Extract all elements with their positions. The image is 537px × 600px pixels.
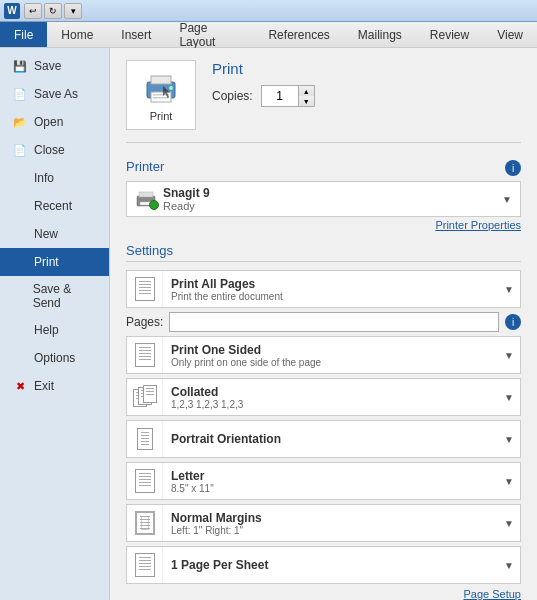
page-icon — [135, 277, 155, 301]
sidebar-item-save-send[interactable]: Save & Send — [0, 276, 109, 316]
sidebar-item-save-label: Save — [34, 59, 61, 73]
open-icon: 📂 — [12, 114, 28, 130]
copies-row: Copies: ▲ ▼ — [212, 85, 521, 107]
svg-point-5 — [169, 86, 173, 90]
printer-dropdown-arrow: ▼ — [502, 194, 512, 205]
settings-section: Settings Print All Pages Print the entir… — [126, 243, 521, 600]
tab-insert[interactable]: Insert — [107, 22, 165, 47]
setting-portrait-arrow: ▼ — [498, 434, 520, 445]
save-icon: 💾 — [12, 58, 28, 74]
tab-view[interactable]: View — [483, 22, 537, 47]
setting-collated-arrow: ▼ — [498, 392, 520, 403]
setting-print-all-arrow: ▼ — [498, 284, 520, 295]
sidebar-item-help-label: Help — [34, 323, 59, 337]
pages-info-icon[interactable]: i — [505, 314, 521, 330]
sidebar-item-open-label: Open — [34, 115, 63, 129]
setting-print-one-sided-text: Print One Sided Only print on one side o… — [163, 339, 498, 372]
print-one-sided-icon-box — [127, 337, 163, 373]
setting-print-all-name: Print All Pages — [171, 277, 490, 291]
save-send-icon — [12, 288, 27, 304]
title-bar-buttons: ↩ ↻ ▾ — [24, 3, 82, 19]
setting-margins[interactable]: Normal Margins Left: 1" Right: 1" ▼ — [126, 504, 521, 542]
tab-page-layout[interactable]: Page Layout — [165, 22, 254, 47]
sidebar-item-recent[interactable]: Recent — [0, 192, 109, 220]
tab-references[interactable]: References — [254, 22, 343, 47]
setting-collated[interactable]: Collated 1,2,3 1,2,3 1,2,3 ▼ — [126, 378, 521, 416]
pages-input[interactable] — [169, 312, 499, 332]
setting-letter-name: Letter — [171, 469, 490, 483]
setting-portrait[interactable]: Portrait Orientation ▼ — [126, 420, 521, 458]
printer-dropdown[interactable]: Snagit 9 Ready ▼ — [126, 181, 521, 217]
pages-per-sheet-icon-box — [127, 547, 163, 583]
setting-letter-arrow: ▼ — [498, 476, 520, 487]
setting-print-one-sided-arrow: ▼ — [498, 350, 520, 361]
page-single-icon — [135, 343, 155, 367]
setting-portrait-name: Portrait Orientation — [171, 432, 490, 446]
copies-label: Copies: — [212, 89, 253, 103]
portrait-icon-box — [127, 421, 163, 457]
copies-input[interactable] — [262, 86, 298, 106]
title-bar: W ↩ ↻ ▾ — [0, 0, 537, 22]
setting-letter[interactable]: Letter 8.5" x 11" ▼ — [126, 462, 521, 500]
close-doc-icon: 📄 — [12, 142, 28, 158]
sidebar-item-open[interactable]: 📂 Open — [0, 108, 109, 136]
setting-pages-per-sheet-arrow: ▼ — [498, 560, 520, 571]
printer-icon — [141, 68, 181, 108]
sidebar-item-help[interactable]: Help — [0, 316, 109, 344]
printer-section: Printer i Snagit 9 Ready — [126, 159, 521, 231]
new-icon — [12, 226, 28, 242]
print-options: Print Copies: ▲ ▼ — [212, 60, 521, 107]
setting-print-one-sided-name: Print One Sided — [171, 343, 490, 357]
collated-icon — [133, 385, 157, 409]
pages-label: Pages: — [126, 315, 163, 329]
sidebar-item-options[interactable]: Options — [0, 344, 109, 372]
sidebar-item-exit[interactable]: ✖ Exit — [0, 372, 109, 400]
setting-pages-per-sheet[interactable]: 1 Page Per Sheet ▼ — [126, 546, 521, 584]
pages-per-sheet-icon — [135, 553, 155, 577]
more-btn[interactable]: ▾ — [64, 3, 82, 19]
setting-collated-desc: 1,2,3 1,2,3 1,2,3 — [171, 399, 490, 410]
setting-pages-per-sheet-text: 1 Page Per Sheet — [163, 554, 498, 576]
svg-rect-4 — [153, 97, 169, 99]
printer-device-icon — [135, 190, 157, 208]
sidebar-item-new[interactable]: New — [0, 220, 109, 248]
tab-review[interactable]: Review — [416, 22, 483, 47]
setting-margins-name: Normal Margins — [171, 511, 490, 525]
setting-pages-per-sheet-name: 1 Page Per Sheet — [171, 558, 490, 572]
printer-properties-link[interactable]: Printer Properties — [126, 219, 521, 231]
help-icon — [12, 322, 28, 338]
copies-spinners: ▲ ▼ — [298, 86, 314, 106]
setting-print-one-sided[interactable]: Print One Sided Only print on one side o… — [126, 336, 521, 374]
print-icon-label: Print — [150, 110, 173, 122]
sidebar-item-save[interactable]: 💾 Save — [0, 52, 109, 80]
setting-print-one-sided-desc: Only print on one side of the page — [171, 357, 490, 368]
printer-info-icon[interactable]: i — [505, 160, 521, 176]
sidebar-item-close[interactable]: 📄 Close — [0, 136, 109, 164]
print-button[interactable]: Print — [126, 60, 196, 130]
sidebar-item-print[interactable]: Print — [0, 248, 109, 276]
settings-title: Settings — [126, 243, 521, 262]
tab-file[interactable]: File — [0, 22, 47, 47]
margins-icon — [135, 511, 155, 535]
sidebar-item-info[interactable]: Info — [0, 164, 109, 192]
ribbon: File Home Insert Page Layout References … — [0, 22, 537, 48]
sidebar-item-close-label: Close — [34, 143, 65, 157]
undo-btn[interactable]: ↩ — [24, 3, 42, 19]
setting-collated-name: Collated — [171, 385, 490, 399]
tab-home[interactable]: Home — [47, 22, 107, 47]
setting-portrait-text: Portrait Orientation — [163, 428, 498, 450]
collated-icon-box — [127, 379, 163, 415]
content-area: Print Print Copies: ▲ ▼ — [110, 48, 537, 600]
page-setup-link[interactable]: Page Setup — [126, 588, 521, 600]
copies-increment[interactable]: ▲ — [298, 86, 314, 96]
sidebar-item-save-as[interactable]: 📄 Save As — [0, 80, 109, 108]
tab-mailings[interactable]: Mailings — [344, 22, 416, 47]
sidebar: 💾 Save 📄 Save As 📂 Open 📄 Close Info Rec… — [0, 48, 110, 600]
setting-print-all-pages[interactable]: Print All Pages Print the entire documen… — [126, 270, 521, 308]
copies-decrement[interactable]: ▼ — [298, 96, 314, 106]
sidebar-item-print-label: Print — [34, 255, 59, 269]
recent-icon — [12, 198, 28, 214]
redo-btn[interactable]: ↻ — [44, 3, 62, 19]
printer-status: Ready — [163, 200, 210, 212]
setting-margins-desc: Left: 1" Right: 1" — [171, 525, 490, 536]
